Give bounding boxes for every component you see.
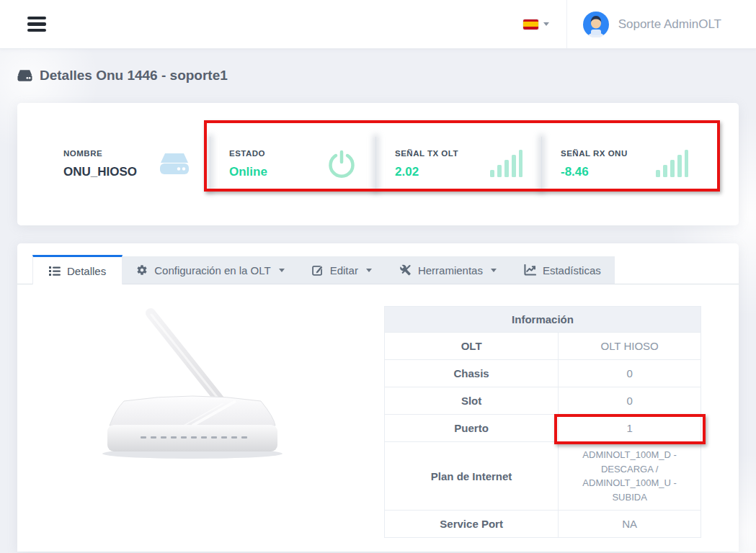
table-row: Puerto 1 <box>385 415 701 442</box>
stat-value: 2.02 <box>395 165 458 179</box>
router-illustration <box>84 306 301 461</box>
list-icon <box>49 266 61 276</box>
tab-editar[interactable]: Editar <box>298 256 386 284</box>
edit-icon <box>312 264 324 276</box>
caret-down-icon <box>543 22 549 26</box>
row-value: 0 <box>559 360 701 387</box>
stat-label: NOMBRE <box>63 149 137 158</box>
tab-label: Detalles <box>67 265 106 277</box>
row-label: Plan de Internet <box>385 442 559 511</box>
signal-bars-icon <box>655 150 688 179</box>
tab-label: Herramientas <box>418 264 483 276</box>
row-label: Slot <box>385 387 559 415</box>
onu-summary-card: NOMBRE ONU_HIOSO ESTADO Online <box>17 103 739 225</box>
row-label: Chasis <box>385 360 559 387</box>
stat-senal-rx-onu: SEÑAL RX ONU -8.46 <box>542 149 707 179</box>
user-avatar <box>583 12 609 37</box>
caret-down-icon <box>366 269 372 272</box>
status-badge: Online <box>229 165 267 179</box>
top-bar: Soporte AdminOLT <box>0 0 756 49</box>
language-dropdown[interactable] <box>523 19 549 30</box>
info-table: Información OLT OLT HIOSO Chasis 0 Slot … <box>384 306 701 538</box>
tab-detalles[interactable]: Detalles <box>32 255 123 284</box>
stat-value: ONU_HIOSO <box>63 165 137 179</box>
tab-label: Estadísticas <box>543 264 601 276</box>
table-title: Información <box>385 307 701 333</box>
user-name: Soporte AdminOLT <box>618 17 721 32</box>
gear-icon <box>136 264 148 276</box>
hdd-icon <box>158 151 191 177</box>
hdd-icon <box>17 69 32 82</box>
tools-icon <box>399 264 412 276</box>
row-value-puerto: 1 <box>559 415 701 442</box>
stat-label: ESTADO <box>229 149 267 158</box>
power-icon <box>326 149 357 179</box>
tab-label: Configuración en la OLT <box>154 264 270 276</box>
caret-down-icon <box>279 269 285 272</box>
spanish-flag-icon <box>523 19 538 30</box>
breadcrumb: Detalles Onu 1446 - soporte1 <box>17 68 739 84</box>
table-row: Chasis 0 <box>385 360 701 387</box>
user-menu[interactable]: Soporte AdminOLT <box>566 0 756 48</box>
stat-label: SEÑAL RX ONU <box>561 149 628 158</box>
caret-down-icon <box>491 269 497 272</box>
menu-toggle-button[interactable] <box>27 14 46 35</box>
stat-nombre: NOMBRE ONU_HIOSO <box>49 149 210 179</box>
table-row: Service Port NA <box>385 511 701 538</box>
table-row: Slot 0 <box>385 387 701 415</box>
row-value: NA <box>559 511 701 538</box>
tab-estadisticas[interactable]: Estadísticas <box>510 256 615 284</box>
row-label: Service Port <box>385 511 559 538</box>
row-value: OLT HIOSO <box>559 333 701 360</box>
stat-estado: ESTADO Online <box>210 149 375 179</box>
signal-bars-icon <box>489 150 522 179</box>
detail-card: Detalles Configuración en la OLT Editar <box>17 243 739 552</box>
table-row: Plan de Internet ADMINOLT_100M_D - DESCA… <box>385 442 701 511</box>
info-table-zone: Información OLT OLT HIOSO Chasis 0 Slot … <box>384 306 701 538</box>
table-row: OLT OLT HIOSO <box>385 333 701 360</box>
page-title: Detalles Onu 1446 - soporte1 <box>40 68 228 84</box>
stat-value: -8.46 <box>561 165 628 179</box>
stat-label: SEÑAL TX OLT <box>395 149 458 158</box>
tab-bar: Detalles Configuración en la OLT Editar <box>17 243 739 284</box>
tab-configuracion-olt[interactable]: Configuración en la OLT <box>123 256 298 284</box>
onu-product-image <box>17 306 368 538</box>
tab-strip: Configuración en la OLT Editar Herramien… <box>123 256 615 284</box>
row-label: Puerto <box>385 415 559 442</box>
stat-senal-tx-olt: SEÑAL TX OLT 2.02 <box>376 149 541 179</box>
tab-label: Editar <box>330 264 358 276</box>
row-value: 0 <box>559 387 701 415</box>
row-value: ADMINOLT_100M_D - DESCARGA / ADMINOLT_10… <box>559 442 701 511</box>
chart-line-icon <box>524 264 536 276</box>
tab-herramientas[interactable]: Herramientas <box>386 256 510 284</box>
row-label: OLT <box>385 333 559 360</box>
